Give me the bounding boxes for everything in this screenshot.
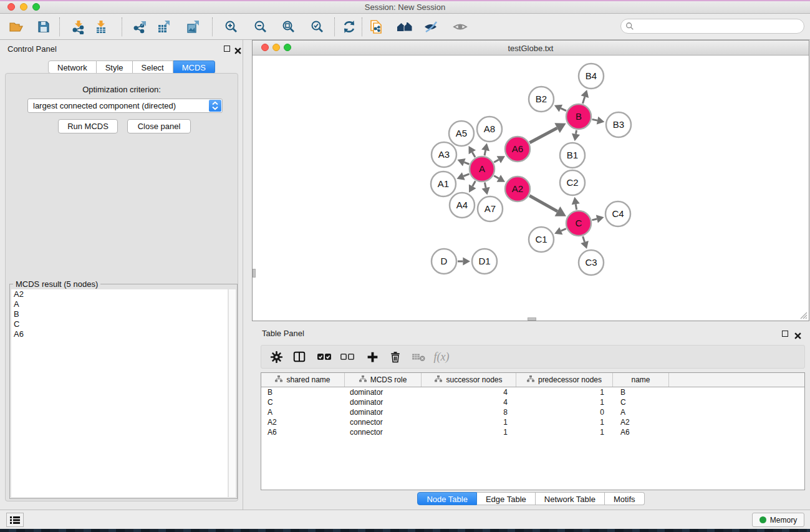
zoom-in-icon[interactable]: [223, 19, 239, 35]
graph-node-B1[interactable]: B1: [560, 143, 585, 168]
import-table-icon[interactable]: [93, 19, 109, 35]
edge-B-B3[interactable]: [592, 119, 598, 120]
zoom-selected-icon[interactable]: [309, 19, 325, 35]
delete-column-trash-icon[interactable]: [387, 349, 403, 365]
graph-node-A[interactable]: A: [470, 157, 494, 181]
edge-B-B4[interactable]: [582, 97, 584, 104]
graph-node-B2[interactable]: B2: [529, 87, 554, 112]
optimization-criterion-select[interactable]: largest connected component (directed): [27, 99, 223, 113]
graph-node-C2[interactable]: C2: [560, 170, 585, 195]
select-all-columns-icon[interactable]: [316, 349, 332, 365]
column-header-predecessor-nodes[interactable]: predecessor nodes: [516, 373, 613, 387]
edge-C-C1[interactable]: [561, 229, 566, 231]
graph-node-C1[interactable]: C1: [529, 227, 554, 252]
clone-network-icon[interactable]: [368, 19, 384, 35]
graph-node-C[interactable]: C: [566, 211, 591, 236]
horizontal-scroll-thumb[interactable]: [528, 317, 536, 321]
edge-C-C4[interactable]: [592, 219, 597, 220]
mcds-result-item[interactable]: A6: [11, 329, 228, 339]
import-network-icon[interactable]: [70, 19, 87, 35]
export-network-icon[interactable]: [132, 19, 148, 35]
table-row[interactable]: A6connector11A6: [261, 427, 804, 437]
edge-A-A7[interactable]: [485, 183, 486, 188]
split-view-icon[interactable]: [291, 349, 307, 365]
mcds-result-item[interactable]: A2: [11, 289, 228, 299]
export-image-icon[interactable]: [185, 19, 201, 35]
mcds-result-item[interactable]: A: [11, 299, 228, 309]
graph-node-A3[interactable]: A3: [432, 142, 456, 167]
column-header-MCDS-role[interactable]: MCDS role: [345, 373, 422, 387]
save-session-icon[interactable]: [36, 19, 52, 35]
add-column-icon[interactable]: [364, 349, 380, 365]
search-box[interactable]: [620, 19, 804, 34]
float-table-panel-icon[interactable]: [782, 331, 788, 337]
graph-node-B3[interactable]: B3: [606, 112, 631, 137]
zoom-out-icon[interactable]: [253, 19, 269, 35]
edge-A6-B[interactable]: [529, 128, 557, 142]
table-row[interactable]: A2connector11A2: [261, 417, 804, 427]
edge-C-C3[interactable]: [583, 236, 585, 242]
graph-node-D1[interactable]: D1: [472, 249, 497, 274]
table-row[interactable]: Cdominator41C: [261, 397, 804, 407]
edge-A-A1[interactable]: [463, 174, 469, 177]
export-table-icon[interactable]: [156, 19, 172, 35]
mcds-list-scrollbar[interactable]: [228, 289, 236, 497]
mcds-result-item[interactable]: B: [11, 309, 228, 319]
tab-network-table[interactable]: Network Table: [536, 492, 605, 505]
graph-node-A8[interactable]: A8: [477, 117, 502, 142]
network-canvas[interactable]: AA1A2A3A4A5A6A7A8BB1B2B3B4CC1C2C3C4DD1: [253, 56, 809, 321]
graph-node-C4[interactable]: C4: [605, 201, 630, 226]
graph-node-A1[interactable]: A1: [431, 172, 456, 196]
column-header-successor-nodes[interactable]: successor nodes: [422, 373, 516, 387]
table-row[interactable]: Bdominator41B: [261, 387, 804, 397]
hide-details-icon[interactable]: [423, 19, 439, 35]
column-header-name[interactable]: name: [613, 373, 669, 387]
tab-mcds[interactable]: MCDS: [173, 60, 215, 74]
edge-C-C2[interactable]: [576, 204, 576, 210]
close-panel-button[interactable]: Close panel: [127, 119, 191, 133]
graph-node-B4[interactable]: B4: [579, 64, 604, 89]
edge-A-A3[interactable]: [464, 162, 469, 164]
graph-node-A2[interactable]: A2: [505, 177, 530, 201]
tab-node-table[interactable]: Node Table: [417, 492, 477, 505]
zoom-fit-icon[interactable]: [281, 19, 297, 35]
tab-style[interactable]: Style: [97, 60, 133, 74]
tab-motifs[interactable]: Motifs: [605, 492, 645, 505]
edge-A-A5[interactable]: [472, 152, 475, 157]
edge-B-B2[interactable]: [561, 109, 566, 111]
open-session-icon[interactable]: [8, 19, 24, 35]
graph-node-A7[interactable]: A7: [478, 196, 503, 221]
show-details-icon[interactable]: [452, 19, 468, 35]
graph-node-A4[interactable]: A4: [450, 193, 475, 218]
vertical-scroll-thumb[interactable]: [253, 269, 256, 278]
graph-node-B[interactable]: B: [566, 104, 591, 129]
tab-network[interactable]: Network: [48, 60, 97, 74]
close-panel-icon[interactable]: [234, 46, 241, 52]
mcds-result-list[interactable]: A2ABCA6: [11, 289, 228, 497]
column-header-shared-name[interactable]: shared name: [261, 373, 345, 387]
home-icon[interactable]: [397, 19, 413, 35]
tab-edge-table[interactable]: Edge Table: [477, 492, 536, 505]
search-input[interactable]: [634, 22, 790, 31]
edge-A-A4[interactable]: [473, 181, 476, 186]
close-table-panel-icon[interactable]: [794, 331, 801, 337]
graph-node-D[interactable]: D: [432, 249, 456, 274]
graph-node-A6[interactable]: A6: [505, 137, 530, 162]
edge-B-B1[interactable]: [576, 130, 577, 134]
table-row[interactable]: Adominator80A: [261, 407, 804, 417]
float-panel-icon[interactable]: [224, 46, 230, 52]
graph-node-C3[interactable]: C3: [579, 250, 604, 275]
network-window-titlebar[interactable]: testGlobe.txt: [253, 41, 809, 56]
edge-A-A2[interactable]: [494, 176, 499, 178]
edge-A2-C[interactable]: [529, 196, 557, 211]
table-settings-gear-icon[interactable]: [268, 349, 284, 365]
deselect-all-columns-icon[interactable]: [339, 349, 355, 365]
edge-A-A6[interactable]: [494, 160, 499, 162]
apply-layout-icon[interactable]: [341, 19, 357, 35]
edge-A-A8[interactable]: [485, 150, 486, 155]
tab-select[interactable]: Select: [133, 60, 173, 74]
graph-node-A5[interactable]: A5: [449, 121, 474, 146]
task-history-button[interactable]: [6, 513, 24, 527]
memory-button[interactable]: Memory: [752, 513, 804, 527]
mcds-result-item[interactable]: C: [11, 319, 228, 329]
